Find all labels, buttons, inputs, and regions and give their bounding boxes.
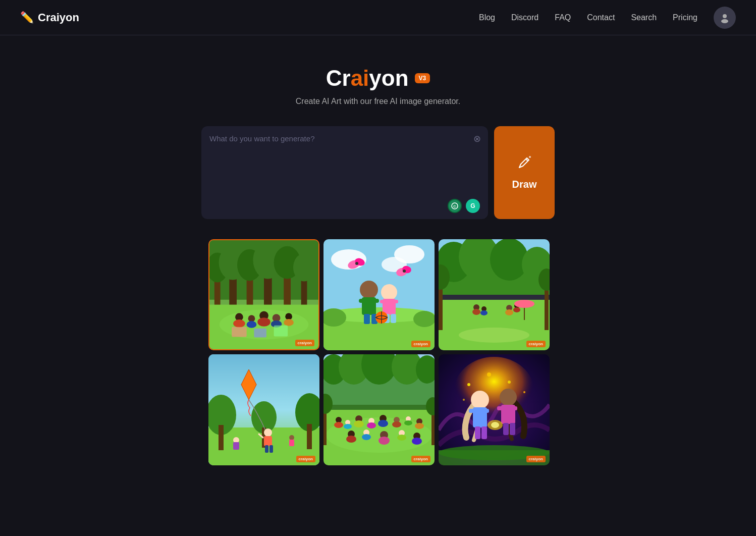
svg-rect-90	[307, 424, 312, 449]
svg-point-102	[289, 435, 294, 440]
svg-rect-96	[264, 436, 272, 446]
svg-point-152	[500, 389, 517, 406]
svg-point-69	[459, 328, 529, 343]
copyright-tool-badge[interactable]: ©	[448, 199, 462, 213]
svg-point-41	[413, 311, 435, 327]
grid-image-4[interactable]: craiyon	[208, 354, 319, 465]
svg-point-158	[467, 383, 470, 386]
nav-blog[interactable]: Blog	[479, 13, 495, 22]
svg-point-118	[354, 420, 364, 427]
svg-rect-44	[359, 299, 366, 303]
svg-point-122	[378, 420, 388, 427]
prompt-textarea[interactable]	[209, 134, 480, 195]
svg-point-23	[248, 315, 255, 322]
grid-image-3[interactable]: craiyon	[439, 239, 550, 350]
nav-discord[interactable]: Discord	[511, 13, 538, 22]
hero-subtitle: Create AI Art with our free AI image gen…	[296, 97, 460, 106]
svg-point-159	[487, 372, 491, 377]
draw-button[interactable]: Draw	[494, 126, 555, 219]
svg-point-18	[293, 254, 315, 282]
nav-contact[interactable]: Contact	[587, 13, 615, 22]
grid-image-1[interactable]: craiyon	[208, 239, 319, 350]
watermark-5: craiyon	[411, 456, 430, 462]
draw-label: Draw	[512, 179, 537, 190]
svg-point-134	[379, 437, 390, 445]
svg-rect-154	[497, 406, 503, 410]
svg-rect-103	[289, 440, 294, 446]
watermark-3: craiyon	[526, 341, 546, 347]
svg-rect-157	[510, 423, 515, 435]
svg-point-116	[344, 424, 352, 429]
svg-rect-88	[219, 425, 224, 450]
svg-rect-50	[380, 300, 387, 303]
logo-yon: yon	[60, 11, 79, 24]
svg-text:©: ©	[453, 204, 456, 209]
hero-yon: yon	[369, 66, 408, 90]
svg-rect-99	[269, 445, 273, 453]
nav-faq[interactable]: FAQ	[555, 13, 571, 22]
svg-point-136	[397, 435, 406, 441]
grammarly-icon: G	[470, 202, 475, 209]
clear-input-icon[interactable]: ⊗	[473, 133, 481, 144]
svg-rect-148	[469, 409, 475, 413]
svg-point-138	[412, 438, 422, 445]
grid-image-6[interactable]: craiyon	[439, 354, 550, 465]
svg-point-42	[360, 281, 378, 299]
svg-rect-101	[233, 442, 239, 450]
logo[interactable]: ✏️ Craiyon	[20, 11, 79, 24]
svg-rect-45	[371, 299, 379, 303]
svg-point-56	[355, 262, 358, 265]
svg-rect-53	[391, 314, 396, 323]
svg-point-162	[463, 399, 465, 401]
svg-point-77	[513, 307, 520, 312]
svg-point-48	[381, 284, 397, 300]
grammarly-badge[interactable]: G	[466, 199, 480, 213]
svg-point-164	[491, 422, 499, 428]
svg-point-132	[362, 434, 371, 440]
svg-point-71	[472, 309, 480, 315]
prompt-footer: © G	[209, 199, 480, 213]
svg-rect-31	[232, 327, 246, 337]
svg-point-120	[367, 422, 376, 428]
svg-point-29	[285, 313, 292, 320]
hero-title-text: Craiyon	[326, 66, 409, 91]
logo-ai: ai	[50, 11, 59, 24]
svg-point-79	[514, 300, 534, 308]
main-content: Craiyon V3 Create AI Art with our free A…	[0, 35, 756, 486]
svg-rect-150	[475, 426, 480, 439]
svg-point-161	[523, 391, 525, 393]
nav-search[interactable]: Search	[631, 13, 657, 22]
svg-point-130	[346, 436, 356, 443]
version-badge: V3	[415, 73, 430, 83]
svg-rect-46	[364, 314, 370, 324]
svg-rect-149	[483, 409, 489, 413]
svg-rect-98	[265, 445, 268, 453]
svg-point-22	[233, 319, 245, 328]
svg-point-160	[508, 381, 511, 384]
logo-text: Craiyon	[38, 11, 79, 24]
prompt-input-wrapper: ⊗ © G	[201, 126, 488, 219]
svg-point-73	[480, 310, 488, 315]
svg-point-24	[247, 321, 257, 328]
svg-point-59	[403, 270, 406, 273]
hero-cr: Cr	[326, 66, 351, 90]
grid-image-2[interactable]: craiyon	[323, 239, 435, 350]
watermark-2: craiyon	[411, 341, 430, 347]
svg-rect-155	[511, 406, 517, 410]
prompt-area: ⊗ © G	[201, 126, 555, 219]
svg-point-146	[471, 391, 489, 409]
watermark-1: craiyon	[295, 340, 314, 346]
svg-point-30	[284, 319, 294, 326]
svg-point-114	[334, 422, 343, 428]
grid-image-5[interactable]: craiyon	[323, 354, 435, 465]
nav-pricing[interactable]: Pricing	[673, 13, 697, 22]
watermark-6: craiyon	[526, 456, 546, 462]
svg-rect-32	[254, 329, 266, 338]
logo-pencil-icon: ✏️	[20, 11, 34, 24]
svg-point-126	[404, 420, 412, 425]
hero-title: Craiyon V3	[296, 66, 460, 91]
logo-cr: Cr	[38, 11, 50, 24]
svg-point-128	[415, 423, 424, 429]
watermark-4: craiyon	[296, 456, 315, 462]
user-avatar-button[interactable]	[714, 7, 736, 29]
